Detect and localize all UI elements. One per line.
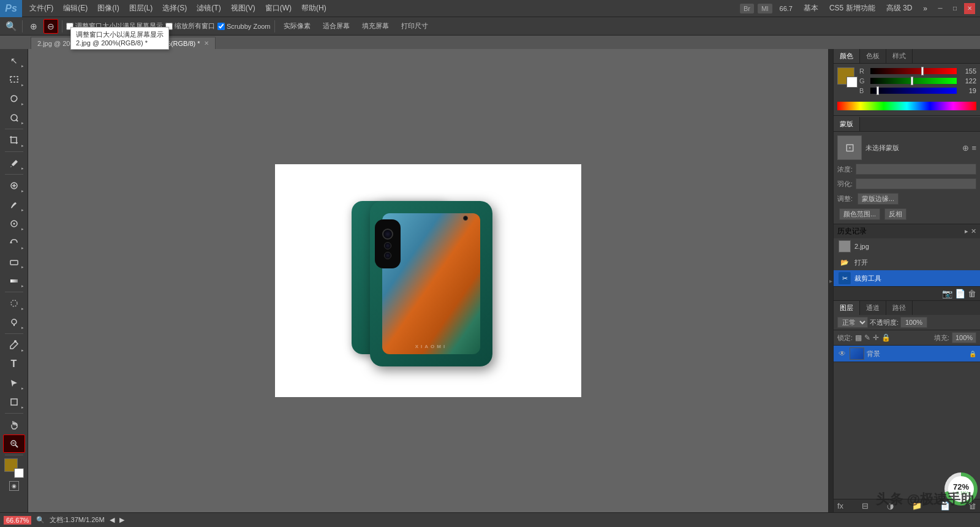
fill-screen-btn[interactable]: 填充屏幕 [357, 20, 394, 32]
mask-thumbnail[interactable]: ⊡ [837, 135, 862, 160]
eyedropper-tool-btn[interactable]: ▸ [3, 154, 25, 172]
scrubby-zoom-checkbox[interactable]: Scrubby Zoom [217, 23, 271, 30]
history-item-2[interactable]: ✂ 裁剪工具 [834, 270, 980, 286]
tab-1-close[interactable]: ✕ [204, 40, 209, 47]
type-tool-btn[interactable]: T [3, 355, 25, 373]
brush-tool-btn[interactable]: ▸ [3, 195, 25, 214]
swatches-tab[interactable]: 色板 [860, 49, 886, 63]
close-btn[interactable]: ✕ [964, 3, 975, 14]
b-thumb[interactable] [876, 86, 879, 95]
eraser-tool-btn[interactable]: ▸ [3, 252, 25, 271]
mini-btn[interactable]: Ml [758, 4, 772, 13]
history-collapse-btn[interactable]: ✕ [971, 227, 976, 235]
collapse-handle[interactable]: ▸ [828, 49, 833, 512]
print-size-btn[interactable]: 打印尺寸 [396, 20, 433, 32]
menu-edit[interactable]: 编辑(E) [58, 1, 92, 16]
advanced-3d[interactable]: 高级 3D [883, 2, 916, 15]
menu-filter[interactable]: 滤镜(T) [192, 1, 225, 16]
zoom-in-btn[interactable]: ⊕ [26, 19, 41, 34]
menu-file[interactable]: 文件(F) [24, 1, 58, 16]
fill-input[interactable] [952, 332, 976, 343]
history-brush-tool-btn[interactable]: ▸ [3, 233, 25, 252]
menu-window[interactable]: 窗口(W) [260, 1, 296, 16]
workspace-basic[interactable]: 基本 [800, 2, 822, 15]
g-thumb[interactable] [911, 77, 913, 85]
styles-tab[interactable]: 样式 [886, 49, 913, 63]
mask-edge-btn[interactable]: 蒙版边缘... [858, 193, 899, 205]
layer-mask-btn[interactable]: ⊟ [862, 501, 869, 510]
fit-screen-btn[interactable]: 适合屏幕 [318, 20, 355, 32]
status-nav-left[interactable]: ◀ [110, 516, 115, 524]
lock-transparency-btn[interactable]: ▩ [855, 333, 862, 342]
menu-select[interactable]: 选择(S) [157, 1, 192, 16]
delete-history-btn[interactable]: 🗑 [968, 289, 976, 298]
layer-adjustment-btn[interactable]: ◑ [887, 501, 894, 510]
clone-tool-btn[interactable]: ▸ [3, 214, 25, 233]
move-tool-btn[interactable]: ↖▸ [3, 51, 25, 70]
bg-color-swatch[interactable] [846, 77, 858, 88]
bridge-btn[interactable]: Br [740, 4, 754, 13]
resize-all-checkbox[interactable]: 缩放所有窗口 [165, 21, 215, 31]
restore-btn[interactable]: □ [949, 3, 960, 14]
select-rect-tool-btn[interactable]: ▸ [3, 70, 25, 89]
zoom-out-icon[interactable]: 🔍 [36, 516, 45, 524]
menu-view[interactable]: 视图(V) [226, 1, 260, 16]
pen-tool-btn[interactable]: ▸ [3, 336, 25, 354]
status-nav-right[interactable]: ▶ [119, 516, 124, 524]
actual-pixels-btn[interactable]: 实际像素 [279, 20, 315, 32]
blend-mode-select[interactable]: 正常 [837, 317, 868, 328]
snapshot-btn[interactable]: 📷 [942, 289, 952, 298]
layer-group-btn[interactable]: 📁 [912, 501, 922, 510]
channels-tab[interactable]: 通道 [860, 301, 886, 315]
minimize-btn[interactable]: ─ [935, 3, 946, 14]
mask-icon-1[interactable]: ⊕ [962, 143, 969, 153]
history-header[interactable]: 历史记录 ▸ ✕ [834, 224, 980, 238]
layers-tab[interactable]: 图层 [834, 301, 860, 315]
zoom-out-btn[interactable]: ⊖ [43, 19, 58, 34]
layer-visibility-0[interactable]: 👁 [837, 349, 847, 358]
mask-tab[interactable]: 蒙版 [834, 117, 860, 131]
menu-layer[interactable]: 图层(L) [124, 1, 158, 16]
color-swatches[interactable] [837, 67, 854, 85]
b-slider[interactable] [870, 88, 957, 94]
history-item-1[interactable]: 📂 打开 [834, 254, 980, 270]
menu-image[interactable]: 图像(I) [92, 1, 124, 16]
color-tab[interactable]: 颜色 [834, 49, 860, 63]
feather-input[interactable] [856, 178, 976, 189]
menu-help[interactable]: 帮助(H) [296, 1, 331, 16]
cs5-new-features[interactable]: CS5 新增功能 [826, 2, 879, 15]
history-item-0[interactable]: 2.jpg [834, 238, 980, 254]
paths-tab[interactable]: 路径 [886, 301, 913, 315]
lock-all-btn[interactable]: 🔒 [881, 333, 891, 342]
color-swatch-container[interactable] [4, 458, 24, 478]
hand-tool-btn[interactable] [3, 415, 25, 434]
zoom-tool-options-icon[interactable]: 🔍 [4, 19, 18, 34]
shape-tool-btn[interactable]: ▸ [3, 393, 25, 411]
lasso-tool-btn[interactable]: ▸ [3, 89, 25, 108]
quick-select-tool-btn[interactable]: ▸ [3, 108, 25, 127]
r-slider[interactable] [870, 68, 957, 74]
gradient-tool-btn[interactable]: ▸ [3, 271, 25, 290]
background-color-swatch[interactable] [14, 468, 24, 478]
opacity-input[interactable] [900, 317, 927, 328]
blur-tool-btn[interactable]: ▸ [3, 294, 25, 313]
crop-tool-btn[interactable]: ▸ [3, 131, 25, 150]
color-range-btn[interactable]: 颜色范围... [839, 208, 880, 220]
color-spectrum[interactable] [837, 102, 976, 110]
scrubby-zoom-input[interactable] [217, 23, 225, 30]
invert-btn[interactable]: 反相 [884, 208, 907, 220]
expand-panels-btn[interactable]: » [919, 3, 931, 14]
new-doc-btn[interactable]: 📄 [955, 289, 965, 298]
layer-item-0[interactable]: 👁 背景 🔒 [834, 346, 980, 362]
zoom-tool-btn[interactable] [3, 434, 25, 453]
history-menu-btn[interactable]: ▸ [965, 227, 968, 235]
mask-icon-2[interactable]: ≡ [971, 143, 976, 153]
lock-position-btn[interactable]: ✛ [873, 333, 879, 342]
layer-style-btn[interactable]: fx [837, 501, 843, 510]
r-thumb[interactable] [921, 67, 924, 75]
density-input[interactable] [856, 164, 976, 175]
dodge-tool-btn[interactable]: ▸ [3, 313, 25, 332]
g-slider[interactable] [870, 78, 957, 84]
edit-quick-mask-btn[interactable]: ◉ [9, 481, 19, 491]
path-select-tool-btn[interactable]: ▸ [3, 374, 25, 392]
